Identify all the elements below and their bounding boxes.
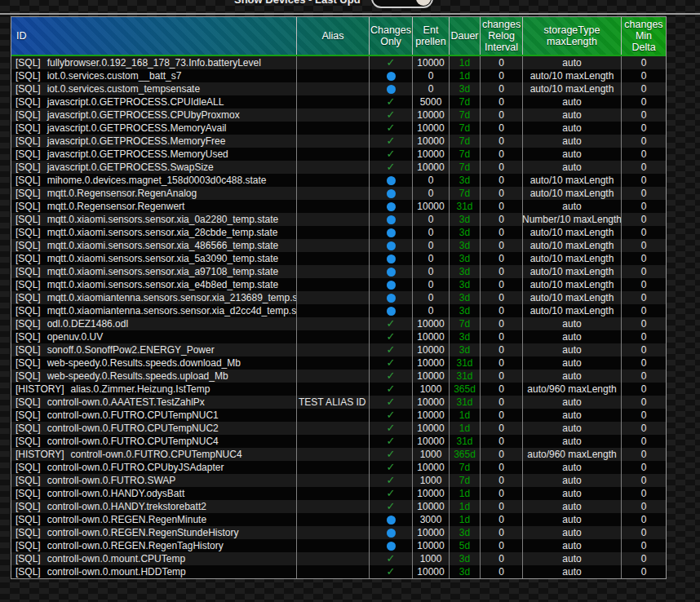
datapoint-id: controll-own.0.FUTRO.CPUTempNUC1 xyxy=(47,409,219,422)
table-row[interactable]: [SQL]mqtt.0.Regensensor.Regenwert1000031… xyxy=(11,200,666,213)
table-row[interactable]: [SQL]javascript.0.GETPROCESS.CPUbyProxmo… xyxy=(11,108,666,122)
enabled-dot-icon xyxy=(387,542,396,551)
table-row[interactable]: [SQL]web-speedy.0.Results.speeds.downloa… xyxy=(11,356,666,370)
table-row[interactable]: [SQL]controll-own.0.FUTRO.CPUTempNUC2✓10… xyxy=(11,422,666,435)
table-row[interactable]: [SQL]iot.0.services.custom__batt_s701d0a… xyxy=(11,69,666,82)
relog-interval-cell: 0 xyxy=(481,108,523,122)
dauer-cell: 1d xyxy=(450,409,481,422)
dauer-cell: 365d xyxy=(450,448,481,461)
show-devices-label: Show Devices - Last Upd xyxy=(234,0,361,7)
id-cell: [SQL]iot.0.services.custom__batt_s7 xyxy=(11,69,297,82)
enabled-check-icon: ✓ xyxy=(387,56,396,69)
dauer-cell: 3d xyxy=(450,213,481,226)
table-row[interactable]: [SQL]mqtt.0.Regensensor.RegenAnalog07d0a… xyxy=(11,187,666,200)
changes-only-cell xyxy=(370,252,413,265)
storage-type-cell: auto xyxy=(523,565,622,578)
table-row[interactable]: [SQL]controll-own.0.FUTRO.SWAP✓10007d0au… xyxy=(11,474,666,487)
storage-type-cell: auto xyxy=(523,513,622,526)
storage-type-cell: auto xyxy=(523,539,622,552)
table-row[interactable]: [SQL]mqtt.0.xiaomi.sensors.sensor.xia_a9… xyxy=(11,265,666,278)
table-row[interactable]: [SQL]fullybrowser.0.192_168_178_73.Info.… xyxy=(11,56,666,69)
table-row[interactable]: [SQL]sonoff.0.SonoffPow2.ENERGY_Power✓10… xyxy=(11,343,666,356)
alias-cell xyxy=(297,187,370,200)
alias-cell xyxy=(297,317,370,330)
debounce-cell: 0 xyxy=(413,239,450,252)
debounce-cell: 10000 xyxy=(413,409,450,422)
dauer-value: 3d xyxy=(459,565,470,578)
alias-cell xyxy=(297,95,370,108)
dauer-value: 1d xyxy=(459,56,470,69)
datapoint-id: mqtt.0.Regensensor.Regenwert xyxy=(47,200,185,213)
relog-interval-cell: 0 xyxy=(481,95,523,108)
table-row[interactable]: [SQL]javascript.0.GETPROCESS.MemoryAvail… xyxy=(11,122,666,135)
table-row[interactable]: [SQL]controll-own.0.REGEN.RegenStundeHis… xyxy=(11,526,666,539)
relog-interval-cell: 0 xyxy=(481,135,523,148)
table-row[interactable]: [HISTORY]alias.0.Zimmer.Heizung.IstTemp✓… xyxy=(11,383,666,396)
datapoint-id: controll-own.0.REGEN.RegenMinute xyxy=(47,513,206,526)
table-row[interactable]: [SQL]controll-own.0.AAATEST.TestZahlPxTE… xyxy=(11,396,666,409)
table-row[interactable]: [SQL]iot.0.services.custom_tempsensate03… xyxy=(11,82,666,95)
table-row[interactable]: [SQL]controll-own.0.REGEN.RegenTagHistor… xyxy=(11,539,666,552)
table-row[interactable]: [SQL]controll-own.0.HANDY.odysBatt✓10000… xyxy=(11,487,666,500)
id-cell: [SQL]javascript.0.GETPROCESS.MemoryUsed xyxy=(11,148,297,161)
storage-type-cell: auto xyxy=(523,343,622,356)
table-row[interactable]: [SQL]mqtt.0.xiaomi.sensors.sensor.xia_5a… xyxy=(11,252,666,265)
table-row[interactable]: [SQL]controll-own.0.mount.HDDTemp✓100003… xyxy=(11,565,666,578)
table-row[interactable]: [SQL]web-speedy.0.Results.speeds.upload_… xyxy=(11,370,666,383)
table-row[interactable]: [SQL]controll-own.0.FUTRO.CPUTempNUC1✓10… xyxy=(11,409,666,422)
id-cell: [SQL]javascript.0.GETPROCESS.CPUbyProxmo… xyxy=(11,108,297,122)
table-row[interactable]: [SQL]mqtt.0.xiaomiantenna.sensors.sensor… xyxy=(11,291,666,304)
dauer-cell: 3d xyxy=(450,304,481,317)
relog-interval-cell: 0 xyxy=(481,122,523,135)
last-update-toggle-button[interactable] xyxy=(371,0,433,8)
changes-only-cell: ✓ xyxy=(370,161,413,174)
enabled-check-icon: ✓ xyxy=(387,383,396,396)
table-row[interactable]: [SQL]javascript.0.GETPROCESS.CPUIdleALL✓… xyxy=(11,95,666,108)
id-cell: [SQL]controll-own.0.REGEN.RegenTagHistor… xyxy=(11,539,297,552)
table-row[interactable]: [SQL]javascript.0.GETPROCESS.SwapSize✓10… xyxy=(11,161,666,174)
min-delta-cell: 0 xyxy=(622,304,666,317)
dauer-value: 3d xyxy=(459,252,470,265)
id-cell: [SQL]javascript.0.GETPROCESS.MemoryFree xyxy=(11,135,297,148)
changes-only-cell: ✓ xyxy=(370,356,413,370)
table-row[interactable]: [SQL]mihome.0.devices.magnet_158d0003d0c… xyxy=(11,174,666,187)
table-row[interactable]: [SQL]mqtt.0.xiaomiantenna.sensors.sensor… xyxy=(11,304,666,317)
table-row[interactable]: [SQL]odl.0.DEZ1486.odl✓100007d0auto0 xyxy=(11,317,666,330)
enabled-dot-icon xyxy=(387,241,396,250)
min-delta-cell: 0 xyxy=(622,108,666,122)
min-delta-cell: 0 xyxy=(622,226,666,239)
table-row[interactable]: [SQL]javascript.0.GETPROCESS.MemoryFree✓… xyxy=(11,135,666,148)
table-row[interactable]: [SQL]mqtt.0.xiaomi.sensors.sensor.xia_0a… xyxy=(11,213,666,226)
debounce-cell: 0 xyxy=(413,174,450,187)
table-row[interactable]: [SQL]mqtt.0.xiaomi.sensors.sensor.xia_e4… xyxy=(11,278,666,291)
dauer-cell: 3d xyxy=(450,330,481,343)
debounce-cell: 10000 xyxy=(413,565,450,578)
datapoint-id: mqtt.0.xiaomi.sensors.sensor.xia_486566_… xyxy=(47,239,279,252)
enabled-check-icon: ✓ xyxy=(387,474,396,487)
table-row[interactable]: [SQL]controll-own.0.REGEN.RegenMinute300… xyxy=(11,513,666,526)
table-row[interactable]: [SQL]mqtt.0.xiaomi.sensors.sensor.xia_28… xyxy=(11,226,666,239)
dauer-value: 1d xyxy=(459,487,470,500)
table-row[interactable]: [SQL]javascript.0.GETPROCESS.MemoryUsed✓… xyxy=(11,148,666,161)
min-delta-cell: 0 xyxy=(622,69,666,82)
table-row[interactable]: [SQL]controll-own.0.FUTRO.CPUbyJSAdapter… xyxy=(11,461,666,474)
storage-type-cell: auto xyxy=(523,56,622,69)
min-delta-cell: 0 xyxy=(622,56,666,69)
enabled-check-icon: ✓ xyxy=(387,343,396,356)
min-delta-cell: 0 xyxy=(622,383,666,396)
table-row[interactable]: [SQL]controll-own.0.HANDY.trekstorebatt2… xyxy=(11,500,666,513)
table-row[interactable]: [SQL]openuv.0.UV✓100003d0auto0 xyxy=(11,330,666,343)
adapter-prefix: [SQL] xyxy=(16,69,41,82)
debounce-cell: 0 xyxy=(413,82,450,95)
enabled-dot-icon xyxy=(387,281,396,290)
enabled-dot-icon xyxy=(387,189,396,198)
adapter-prefix: [SQL] xyxy=(16,526,41,539)
enabled-check-icon: ✓ xyxy=(387,330,396,343)
table-row[interactable]: [SQL]controll-own.0.FUTRO.CPUTempNUC4✓10… xyxy=(11,435,666,448)
table-row[interactable]: [SQL]controll-own.0.mount.CPUTemp✓10003d… xyxy=(11,552,666,565)
alias-cell xyxy=(297,435,370,448)
datapoint-id: openuv.0.UV xyxy=(47,330,104,343)
debounce-cell: 10000 xyxy=(413,317,450,330)
table-row[interactable]: [HISTORY]controll-own.0.FUTRO.CPUTempNUC… xyxy=(11,448,666,461)
table-row[interactable]: [SQL]mqtt.0.xiaomi.sensors.sensor.xia_48… xyxy=(11,239,666,252)
